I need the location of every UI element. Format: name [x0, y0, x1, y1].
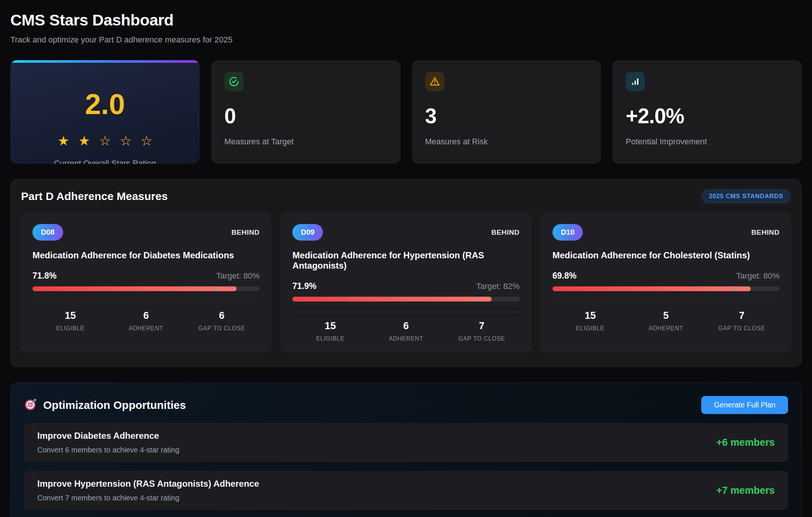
part-d-measures-section: Part D Adherence Measures 2025 CMS STAND…: [10, 179, 802, 367]
cms-standards-badge: 2025 CMS STANDARDS: [701, 189, 791, 204]
opportunity-row-hypertension[interactable]: Improve Hypertension (RAS Antagonists) A…: [24, 471, 788, 510]
star-filled-icon: ★: [78, 134, 90, 148]
status-badge: BEHIND: [751, 228, 780, 237]
check-circle-icon: [224, 72, 244, 91]
generate-full-plan-button[interactable]: Generate Full Plan: [701, 396, 788, 414]
opportunities-header: Optimization Opportunities Generate Full…: [24, 396, 788, 414]
adherent-label: ADHERENT: [108, 325, 184, 332]
gradient-accent-bar: [10, 60, 200, 63]
potential-improvement-value: +2.0%: [626, 104, 788, 128]
eligible-stat: 15 ELIGIBLE: [32, 310, 108, 332]
measures-at-risk-label: Measures at Risk: [425, 137, 588, 147]
stars-rating: ★★☆☆☆: [24, 134, 186, 148]
status-badge: BEHIND: [491, 228, 519, 237]
eligible-stat: 15 ELIGIBLE: [292, 320, 368, 342]
gap-label: GAP TO CLOSE: [184, 325, 259, 332]
opportunity-impact: +7 members: [716, 485, 775, 496]
gap-label: GAP TO CLOSE: [704, 325, 780, 332]
measure-code-badge: D09: [292, 224, 323, 241]
divider: [32, 301, 259, 302]
opportunity-title: Improve Hypertension (RAS Antagonists) A…: [37, 479, 259, 489]
warning-triangle-icon: [425, 72, 444, 91]
adherent-stat: 6 ADHERENT: [108, 310, 184, 332]
divider: [553, 301, 780, 302]
stat-card-overall-rating: 2.0 ★★☆☆☆ Current Overall Stars Rating: [10, 60, 200, 164]
adherent-label: ADHERENT: [368, 335, 444, 342]
stats-row: 2.0 ★★☆☆☆ Current Overall Stars Rating 0…: [10, 60, 802, 164]
measure-target-value: Target: 82%: [476, 282, 519, 291]
progress-fill: [553, 286, 751, 291]
optimization-opportunities-section: Optimization Opportunities Generate Full…: [10, 382, 802, 517]
opportunity-row-diabetes[interactable]: Improve Diabetes Adherence Convert 6 mem…: [24, 423, 788, 462]
bar-chart-icon: [626, 72, 645, 91]
star-outline-icon: ☆: [99, 134, 111, 148]
measure-target-value: Target: 80%: [736, 271, 780, 281]
potential-improvement-label: Potential Improvement: [626, 137, 788, 147]
adherent-stat: 5 ADHERENT: [628, 310, 704, 332]
progress-bar: [292, 297, 519, 301]
page-subtitle: Track and optimize your Part D adherence…: [10, 35, 802, 45]
measures-at-target-value: 0: [224, 104, 387, 128]
measure-code-badge: D08: [32, 224, 63, 241]
measure-card-d08: D08 BEHIND Medication Adherence for Diab…: [21, 213, 271, 352]
adherent-value: 6: [108, 310, 184, 321]
target-tick: [734, 286, 736, 291]
eligible-value: 15: [32, 310, 108, 321]
opportunity-title: Improve Diabetes Adherence: [37, 431, 179, 441]
eligible-value: 15: [292, 320, 368, 332]
opportunity-subtitle: Convert 7 members to achieve 4-star rati…: [37, 494, 259, 502]
adherent-stat: 6 ADHERENT: [368, 320, 444, 342]
star-outline-icon: ☆: [120, 134, 132, 148]
page-title: CMS Stars Dashboard: [10, 11, 802, 29]
eligible-value: 15: [553, 310, 628, 321]
target-tick: [479, 297, 480, 301]
stat-card-measures-at-risk: 3 Measures at Risk: [412, 60, 601, 164]
gap-label: GAP TO CLOSE: [444, 335, 520, 342]
opportunities-title: Optimization Opportunities: [43, 399, 186, 411]
progress-fill: [32, 286, 237, 291]
star-filled-icon: ★: [58, 134, 69, 148]
target-dart-icon: [24, 398, 37, 413]
measure-target-value: Target: 80%: [216, 271, 259, 281]
measure-card-d09: D09 BEHIND Medication Adherence for Hype…: [281, 213, 531, 352]
measures-grid: D08 BEHIND Medication Adherence for Diab…: [21, 213, 791, 352]
measure-title: Medication Adherence for Hypertension (R…: [292, 250, 519, 271]
stat-card-measures-at-target: 0 Measures at Target: [211, 60, 400, 164]
gap-value: 6: [184, 310, 259, 321]
gap-stat: 7 GAP TO CLOSE: [704, 310, 780, 332]
gap-value: 7: [444, 320, 520, 332]
progress-bar: [553, 286, 780, 291]
page-header: CMS Stars Dashboard Track and optimize y…: [10, 11, 802, 45]
progress-bar: [32, 286, 259, 291]
eligible-stat: 15 ELIGIBLE: [553, 310, 628, 332]
measure-code-badge: D10: [553, 224, 583, 241]
measure-title: Medication Adherence for Diabetes Medica…: [32, 250, 259, 261]
opportunity-subtitle: Convert 6 members to achieve 4-star rati…: [37, 446, 179, 454]
measures-at-risk-value: 3: [425, 104, 588, 128]
progress-fill: [292, 297, 492, 301]
adherent-label: ADHERENT: [628, 325, 704, 332]
adherent-value: 6: [368, 320, 444, 332]
measure-current-value: 69.8%: [553, 271, 577, 281]
measure-current-value: 71.8%: [32, 271, 56, 281]
measures-section-header: Part D Adherence Measures 2025 CMS STAND…: [21, 189, 791, 204]
divider: [292, 312, 519, 312]
adherent-value: 5: [628, 310, 704, 321]
overall-rating-value: 2.0: [24, 87, 186, 121]
measure-card-d10: D10 BEHIND Medication Adherence for Chol…: [541, 213, 791, 352]
measure-title: Medication Adherence for Cholesterol (St…: [553, 250, 780, 261]
gap-stat: 6 GAP TO CLOSE: [184, 310, 259, 332]
eligible-label: ELIGIBLE: [553, 325, 628, 332]
status-badge: BEHIND: [231, 228, 259, 237]
measure-current-value: 71.9%: [292, 281, 316, 291]
gap-stat: 7 GAP TO CLOSE: [444, 320, 520, 342]
measures-section-title: Part D Adherence Measures: [21, 190, 168, 203]
overall-rating-label: Current Overall Stars Rating: [24, 159, 186, 164]
eligible-label: ELIGIBLE: [292, 335, 368, 342]
target-tick: [214, 286, 216, 291]
stat-card-potential-improvement: +2.0% Potential Improvement: [612, 60, 802, 164]
gap-value: 7: [704, 310, 780, 321]
opportunity-impact: +6 members: [716, 437, 775, 448]
eligible-label: ELIGIBLE: [32, 325, 108, 332]
star-outline-icon: ☆: [141, 134, 152, 148]
